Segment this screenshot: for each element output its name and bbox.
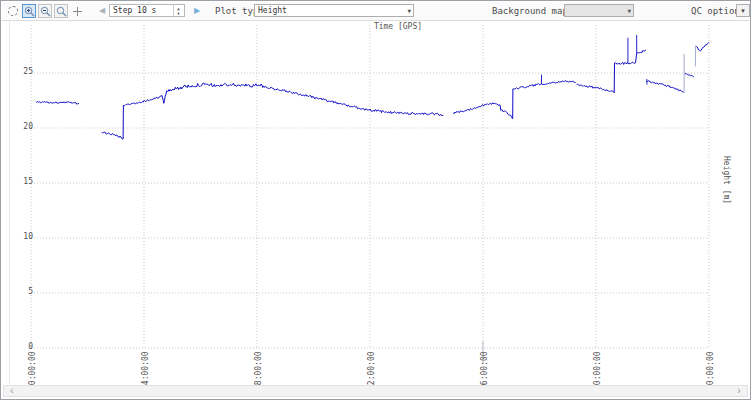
plot-title: Time [GPS] [341,22,455,31]
grid [31,25,709,363]
crosshair-tool-button[interactable] [70,4,84,18]
y-tick-label: 20 [11,122,33,131]
background-map-label: Background map [492,6,568,16]
zoom-out-tool-button[interactable] [38,4,52,18]
scroll-right-icon[interactable]: › [733,386,745,396]
y-tick-label: 25 [11,67,33,76]
plot-type-combobox[interactable]: Height ▼ [254,4,414,17]
y-axis-right-label: Height [m] [722,156,731,204]
magnifier-icon [56,6,67,17]
y-tick-label: 5 [11,287,33,296]
crosshair-icon [72,6,83,17]
horizontal-scrollbar[interactable]: ‹ › [3,385,748,397]
step-spinner[interactable]: ▲ ▼ [173,5,183,16]
zoom-in-tool-button[interactable] [22,4,36,18]
chevron-down-icon: ▼ [407,7,411,15]
step-back-button[interactable]: ◀ [96,5,108,17]
height-trace [36,35,709,139]
zoom-in-icon [24,6,35,17]
pan-tool-button[interactable] [6,4,20,18]
y-tick-label: 15 [11,177,33,186]
toolbar: ◀ Step 10 s ▲ ▼ ▶ Plot type Height ▼ Bac… [2,2,749,21]
pan-icon [8,6,18,16]
qc-options-dropdown-button[interactable]: ▼ [736,4,750,17]
zoom-out-icon [40,6,51,17]
y-tick-label: 10 [11,232,33,241]
scroll-left-icon[interactable]: ‹ [6,386,18,396]
y-tick-label: 0 [11,342,33,351]
spin-down-icon[interactable]: ▼ [177,11,179,16]
zoom-fit-tool-button[interactable] [54,4,68,18]
height-plot[interactable] [1,1,751,400]
step-spinbox[interactable]: Step 10 s ▲ ▼ [109,4,185,17]
chevron-down-icon: ▼ [627,7,631,15]
background-map-combobox[interactable]: ▼ [564,4,634,17]
step-value: Step 10 s [113,6,156,15]
plot-window: ◀ Step 10 s ▲ ▼ ▶ Plot type Height ▼ Bac… [0,0,751,400]
step-forward-button[interactable]: ▶ [191,5,203,17]
plot-type-value: Height [258,6,287,15]
